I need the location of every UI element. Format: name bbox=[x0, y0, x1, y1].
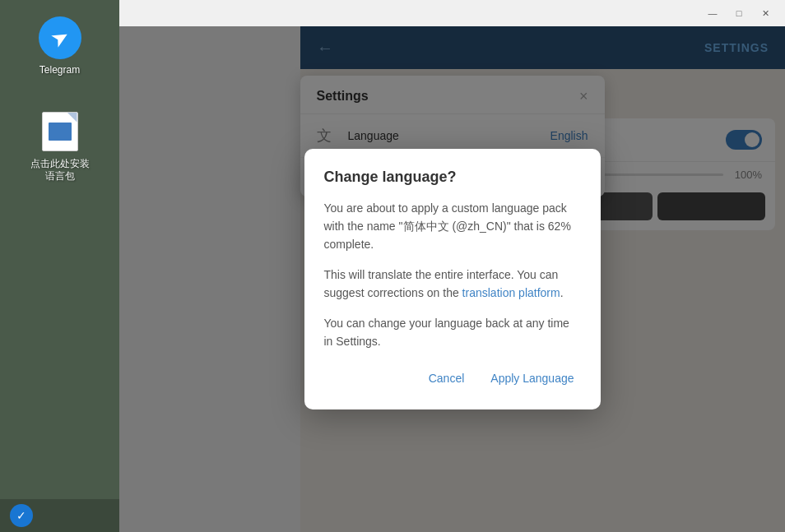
app-content: ← SETTINGS Default interface scale bbox=[119, 26, 785, 532]
app-window: — □ ✕ ← SETTINGS bbox=[119, 0, 785, 532]
dialog-paragraph-3: You can change your language back at any… bbox=[324, 314, 581, 351]
language-pack-icon[interactable]: 点击此处安装 语言包 bbox=[0, 100, 119, 193]
dialog-paragraph-1: You are about to apply a custom language… bbox=[324, 199, 581, 254]
close-window-button[interactable]: ✕ bbox=[752, 4, 778, 22]
dialog-paragraph-2: This will translate the entire interface… bbox=[324, 266, 581, 303]
dialog-title: Change language? bbox=[324, 169, 581, 186]
file-document-icon bbox=[42, 112, 78, 151]
language-pack-label: 点击此处安装 语言包 bbox=[30, 158, 90, 183]
taskbar-check-icon[interactable]: ✓ bbox=[10, 504, 33, 527]
taskbar: ✓ bbox=[0, 499, 119, 532]
dialog-para2-after: . bbox=[560, 286, 564, 299]
check-mark: ✓ bbox=[16, 509, 26, 522]
modal-overlay: Change language? You are about to apply … bbox=[119, 26, 785, 532]
maximize-button[interactable]: □ bbox=[726, 4, 752, 22]
dialog-body: You are about to apply a custom language… bbox=[324, 199, 581, 351]
cancel-button[interactable]: Cancel bbox=[422, 367, 471, 390]
change-language-dialog: Change language? You are about to apply … bbox=[304, 149, 601, 410]
file-icon-container bbox=[39, 110, 81, 153]
apply-language-button[interactable]: Apply Language bbox=[484, 367, 580, 390]
desktop: ➤ Telegram 点击此处安装 语言包 ✓ bbox=[0, 0, 119, 532]
telegram-label: Telegram bbox=[39, 64, 80, 77]
file-inner bbox=[49, 123, 72, 141]
title-bar: — □ ✕ bbox=[119, 0, 785, 26]
translation-platform-link[interactable]: translation platform bbox=[462, 286, 560, 299]
telegram-icon-bg: ➤ bbox=[39, 16, 81, 59]
telegram-desktop-icon[interactable]: ➤ Telegram bbox=[0, 7, 119, 87]
telegram-logo-icon: ➤ bbox=[45, 22, 74, 53]
dialog-actions: Cancel Apply Language bbox=[324, 367, 581, 390]
minimize-button[interactable]: — bbox=[699, 4, 726, 22]
